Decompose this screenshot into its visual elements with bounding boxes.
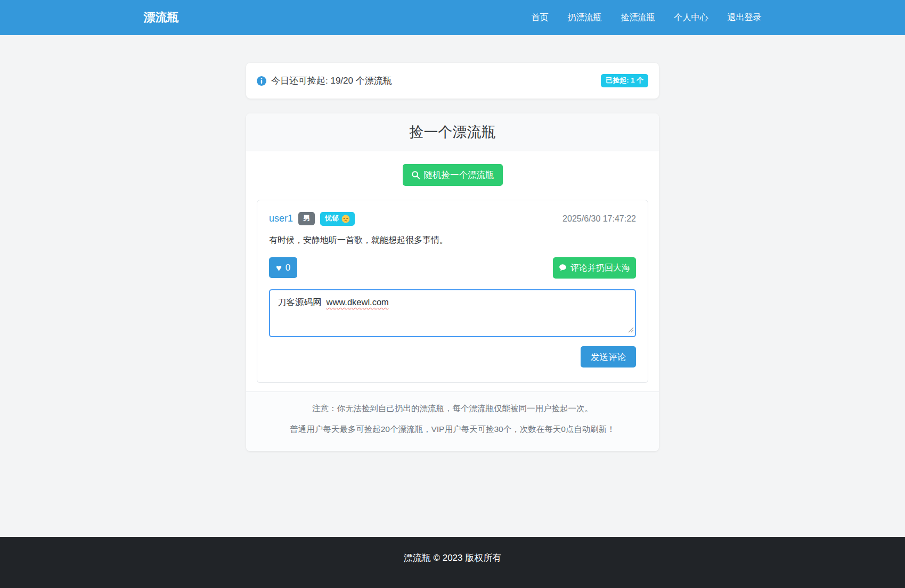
nav-link-throw-bottle[interactable]: 扔漂流瓶 [568,12,602,23]
bottle-timestamp: 2025/6/30 17:47:22 [562,214,636,224]
nav-link-logout[interactable]: 退出登录 [728,12,762,23]
note-line-2: 普通用户每天最多可捡起20个漂流瓶，VIP用户每天可捡30个，次数在每天0点自动… [257,423,648,435]
bottle-header: user1 男 忧郁 [269,212,636,226]
username-link[interactable]: user1 [269,213,293,224]
navbar-container: 漂流瓶 首页 扔漂流瓶 捡漂流瓶 个人中心 退出登录 [133,0,772,35]
send-comment-row: 发送评论 [269,346,636,368]
chat-bubble-icon [559,264,567,272]
send-comment-button[interactable]: 发送评论 [581,346,636,368]
textarea-resize-handle[interactable] [628,325,634,335]
pensive-emoji-icon [341,215,350,223]
bottle-actions: ♥ 0 评论并扔回大海 [269,257,636,279]
card-title: 捡一个漂流瓶 [246,113,659,151]
comment-text: 刀客源码网 [278,297,322,307]
card-notes: 注意：你无法捡到自己扔出的漂流瓶，每个漂流瓶仅能被同一用户捡起一次。 普通用户每… [246,391,659,451]
mood-label: 忧郁 [325,215,339,223]
bottle-item: user1 男 忧郁 [257,200,648,383]
nav-link-profile[interactable]: 个人中心 [674,12,708,23]
like-button[interactable]: ♥ 0 [269,257,297,278]
bottle-user-info: user1 男 忧郁 [269,212,355,226]
info-circle-icon [257,76,266,86]
navbar: 漂流瓶 首页 扔漂流瓶 捡漂流瓶 个人中心 退出登录 [0,0,905,35]
comment-textarea[interactable]: 刀客源码网www.dkewl.com [269,289,636,337]
page-content: 今日还可捡起: 19/20 个漂流瓶 已捡起: 1 个 捡一个漂流瓶 随机捡一个… [0,35,905,537]
nav-link-home[interactable]: 首页 [532,12,549,23]
note-line-1: 注意：你无法捡到自己扔出的漂流瓶，每个漂流瓶仅能被同一用户捡起一次。 [257,403,648,414]
card-body: 随机捡一个漂流瓶 user1 男 忧郁 [246,151,659,391]
pick-bottle-card: 捡一个漂流瓶 随机捡一个漂流瓶 user1 [246,113,659,451]
nav-links: 首页 扔漂流瓶 捡漂流瓶 个人中心 退出登录 [532,12,762,23]
like-count: 0 [286,262,290,273]
mood-badge: 忧郁 [320,212,355,226]
random-pick-button[interactable]: 随机捡一个漂流瓶 [403,164,503,186]
gender-badge: 男 [298,212,315,225]
bottle-message: 有时候，安静地听一首歌，就能想起很多事情。 [269,235,636,246]
comment-throw-back-button[interactable]: 评论并扔回大海 [553,257,636,279]
copyright-text: 漂流瓶 © 2023 版权所有 [404,553,502,563]
nav-link-pick-bottle[interactable]: 捡漂流瓶 [621,12,655,23]
comment-url-text: www.dkewl.com [327,297,389,307]
heart-icon: ♥ [276,263,282,273]
quota-text: 今日还可捡起: 19/20 个漂流瓶 [271,75,392,87]
brand-logo[interactable]: 漂流瓶 [144,10,179,26]
quota-bar: 今日还可捡起: 19/20 个漂流瓶 已捡起: 1 个 [246,63,659,99]
quota-info: 今日还可捡起: 19/20 个漂流瓶 [257,75,392,87]
random-pick-label: 随机捡一个漂流瓶 [424,169,494,181]
picked-count-badge: 已捡起: 1 个 [601,74,648,87]
page-footer: 漂流瓶 © 2023 版权所有 [0,537,905,588]
search-icon [411,170,420,179]
comment-throw-back-label: 评论并扔回大海 [570,263,630,273]
